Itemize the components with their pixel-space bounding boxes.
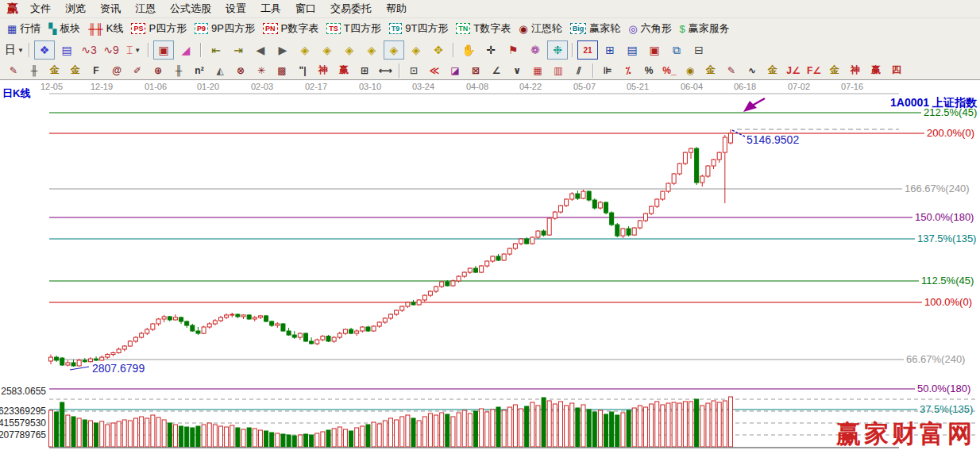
hatch2-icon[interactable]: ╫ [169,62,188,79]
menu-8[interactable]: 交易委托 [323,2,379,16]
gold-grid2-icon[interactable]: 金 [66,62,85,79]
shift-right-icon[interactable]: ◈ [317,40,338,60]
circle-ruler-icon[interactable]: ⊕ [149,62,168,79]
grid-red-icon[interactable]: ▦ [528,62,547,79]
span-icon[interactable]: ⟷ [376,62,395,79]
web-icon[interactable]: ❖ [34,40,55,60]
center-icon[interactable]: ◈ [384,40,404,60]
compress-icon[interactable]: ◈ [339,40,360,60]
first-bar-icon[interactable]: ⇤ [206,40,226,60]
gann-box-icon[interactable]: ▣ [153,40,174,60]
crosshair-icon[interactable]: ✛ [480,40,501,60]
toolbar-item-p-digit-table[interactable]: PNP数字表 [263,21,318,36]
prev-bar-icon[interactable]: ◀ [250,40,271,60]
pen-ruler-icon[interactable]: ✎ [722,62,741,79]
toolbar-item-9t-square[interactable]: T99T四方形 [389,21,449,36]
star-grid-icon[interactable]: ✳ [252,62,271,79]
fit-all-icon[interactable]: ✥ [428,40,449,60]
hatch-icon[interactable]: ╫ [25,62,44,79]
four-angle-icon[interactable]: 四 [887,62,906,79]
toolbar-item-t-square[interactable]: TST四方形 [326,21,380,36]
menu-2[interactable]: 资讯 [93,2,128,16]
network-icon[interactable]: ⧉ [666,40,687,60]
flag-icon[interactable]: ⚑ [503,40,523,60]
hand-icon[interactable]: ✋ [458,40,479,60]
mirror-icon[interactable]: ◭ [210,62,230,79]
win-angle-icon[interactable]: 赢 [866,62,885,79]
gold-lines-icon[interactable]: 金 [701,62,720,79]
pattern-icon[interactable]: ❉ [547,40,568,60]
compass-icon[interactable]: ⊗ [231,62,250,79]
toolbar-item-kline[interactable]: ╫╫K线 [88,21,123,36]
chart9-icon[interactable]: ∿9 [101,40,122,60]
period-day-dropdown[interactable]: 日▼ [4,40,25,60]
percent-icon[interactable]: % [639,62,658,79]
wave-channel-icon[interactable]: ∿ [743,62,762,79]
v-wave-icon[interactable]: ∨ [507,62,527,79]
box-select-icon[interactable]: ⊡ [404,62,423,79]
menu-6[interactable]: 工具 [253,2,288,16]
color-kline-icon[interactable]: ◢ [176,40,196,60]
spiral-icon[interactable]: @ [107,62,126,79]
next-bar-icon[interactable]: ▶ [272,40,293,60]
menu-4[interactable]: 公式选股 [163,2,218,16]
price-ladder-icon[interactable]: ⊫ [598,62,617,79]
shen-angle-icon[interactable]: 神 [846,62,865,79]
toolbar-item-winner-service[interactable]: $赢家服务 [679,21,729,36]
calendar-icon[interactable]: 21 [577,40,598,60]
k-mark-icon[interactable]: ʺ| [293,62,312,79]
n2-icon[interactable]: n² [190,62,209,79]
fit-left-icon[interactable]: ◈ [406,40,426,60]
toolbar-item-quotes[interactable]: ▦行情 [7,21,41,36]
candle-style-dropdown[interactable]: ⌶▼ [123,40,144,60]
toolbar-item-t-digit-table[interactable]: TNT数字表 [456,21,511,36]
menu-1[interactable]: 浏览 [58,2,93,16]
print-icon[interactable]: ⊟ [689,40,709,60]
gold-circle-icon[interactable]: ◉ [681,62,700,79]
menu-9[interactable]: 帮助 [379,2,414,16]
gold-grid-icon[interactable]: 金 [45,62,64,79]
date-tick: 01-20 [197,82,219,91]
ruler123-icon[interactable]: ⊞ [355,62,374,79]
expand-icon[interactable]: ◈ [361,40,382,60]
menu-0[interactable]: 文件 [23,2,58,16]
shen-grid-icon[interactable]: 神 [314,62,333,79]
save-icon[interactable]: ▣ [644,40,665,60]
trend-angle-icon[interactable]: ∠ [487,62,506,79]
stamp-icon[interactable]: ❁ [525,40,546,60]
f-ruler-icon[interactable]: F [87,62,106,79]
grid-frame-icon[interactable]: ▥ [549,62,568,79]
toolbar-item-9p-square[interactable]: P99P四方形 [195,21,255,36]
parallel-icon[interactable]: ⫽ [569,62,588,79]
gold-angle-icon[interactable]: 金 [825,62,844,79]
toolbar-item-gann-wheel[interactable]: ◉江恩轮 [519,21,561,36]
notebook-icon[interactable]: ▤ [622,40,642,60]
toolbar-item-sectors[interactable]: ▚板块 [48,21,80,36]
note-icon[interactable]: ▤ [56,40,77,60]
shift-left-icon[interactable]: ◈ [295,40,315,60]
calculator-icon[interactable]: ⊞ [600,40,620,60]
win-grid-icon[interactable]: 赢 [334,62,353,79]
last-bar-icon[interactable]: ⇥ [228,40,249,60]
brush2-icon[interactable]: ✐ [128,62,147,79]
toolbar-item-p-square[interactable]: PSP四方形 [131,21,187,36]
menu-7[interactable]: 窗口 [288,2,323,16]
chart3-icon[interactable]: ∿3 [79,40,99,60]
menu-5[interactable]: 设置 [218,2,253,16]
brush-icon[interactable]: ✎ [4,62,23,79]
toolbar-item-hexagon[interactable]: ◎六角形 [628,21,671,36]
f-angle-icon[interactable]: F∠ [804,62,824,79]
percent-line-icon[interactable]: %_ [660,62,679,79]
separator [29,43,30,57]
menu-3[interactable]: 江恩 [128,2,163,16]
percent-strike-icon[interactable]: ⁒ [619,62,638,79]
hexagon-label: 六角形 [640,21,671,36]
gold-underline-icon[interactable]: 金 [763,62,782,79]
web-grid-icon[interactable]: ▩ [272,62,291,79]
fan-grid-icon[interactable]: ⊠ [466,62,485,79]
chart-canvas[interactable]: 12-0512-1901-0601-2002-0302-1703-1003-24… [0,80,980,450]
j-angle-icon[interactable]: J∠ [784,62,803,79]
fan-lines-icon[interactable]: ≪ [425,62,444,79]
fan-box-icon[interactable]: ◪ [446,62,465,79]
toolbar-item-winner-wheel[interactable]: Big赢家轮 [570,21,621,36]
